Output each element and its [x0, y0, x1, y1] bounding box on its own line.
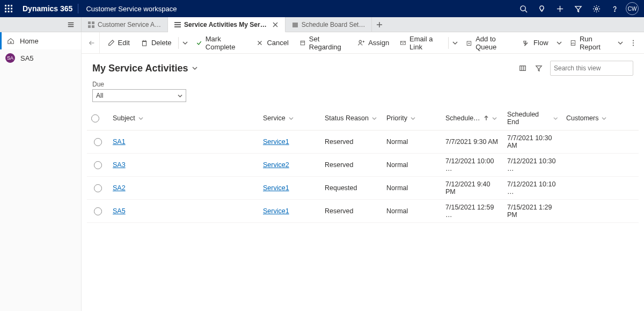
svg-rect-2 [11, 5, 12, 6]
service-link[interactable]: Service1 [263, 207, 289, 215]
cell-scheduled-start: 7/12/2021 10:00 … [441, 154, 503, 177]
search-input[interactable] [554, 64, 634, 72]
row-select[interactable] [87, 154, 108, 177]
back-button[interactable] [85, 32, 100, 54]
select-all-header[interactable] [87, 106, 108, 131]
set-regarding-button[interactable]: Set Regarding [294, 32, 352, 54]
svg-rect-25 [174, 24, 181, 25]
close-icon[interactable] [272, 21, 279, 28]
subject-link[interactable]: SA3 [113, 161, 126, 169]
cancel-button[interactable]: Cancel [251, 32, 294, 54]
delete-button[interactable]: Delete [135, 32, 177, 54]
cell-priority: Normal [382, 131, 441, 154]
add-to-queue-button[interactable]: Add to Queue [460, 32, 517, 54]
view-title[interactable]: My Service Activities [92, 63, 197, 74]
due-select[interactable]: All [92, 89, 186, 102]
data-grid: Subject Service Status Reason Priority S… [82, 106, 644, 223]
mark-complete-button[interactable]: Mark Complete [191, 32, 251, 54]
email-link-more[interactable] [450, 32, 461, 54]
chevron-down-icon [411, 116, 415, 121]
assign-button[interactable]: Assign [352, 32, 394, 54]
lightbulb-icon[interactable] [532, 0, 551, 17]
filter-button[interactable] [531, 60, 547, 76]
subject-link[interactable]: SA1 [113, 138, 126, 146]
col-scheduled-end[interactable]: Scheduled End [503, 106, 562, 131]
service-link[interactable]: Service1 [263, 138, 289, 146]
tab-service-activities[interactable]: Service Activities My Ser… [168, 17, 286, 32]
table-row[interactable]: SA5Service1ReservedNormal7/15/2021 12:59… [87, 200, 639, 223]
run-report-more[interactable] [615, 32, 626, 54]
svg-rect-5 [11, 8, 12, 10]
radio-icon [94, 138, 102, 146]
record-badge-icon: SA [5, 53, 15, 63]
edit-columns-button[interactable] [515, 60, 531, 76]
help-icon[interactable] [605, 0, 624, 17]
subject-link[interactable]: SA2 [113, 184, 126, 192]
cell-scheduled-end: 7/12/2021 10:10 … [503, 177, 562, 200]
cell-customers [562, 131, 639, 154]
row-select[interactable] [87, 177, 108, 200]
col-service[interactable]: Service [259, 106, 320, 131]
table-row[interactable]: SA1Service1ReservedNormal7/7/2021 9:30 A… [87, 131, 639, 154]
flow-label: Flow [533, 39, 548, 47]
svg-rect-1 [8, 5, 10, 6]
tab-customer-service-agent[interactable]: Customer Service A… [82, 17, 168, 32]
edit-button[interactable]: Edit [102, 32, 135, 54]
run-report-button[interactable]: Run Report [565, 32, 615, 54]
chevron-down-icon [372, 116, 377, 121]
user-avatar[interactable]: CW [626, 2, 639, 15]
tab-schedule-board[interactable]: Schedule Board Set… [286, 17, 372, 32]
side-panel: Home SA SA5 [0, 32, 82, 311]
more-commands-button[interactable] [626, 32, 641, 54]
chevron-down-icon [492, 116, 497, 121]
hamburger-icon[interactable] [66, 20, 76, 30]
table-row[interactable]: SA3Service2ReservedNormal7/12/2021 10:00… [87, 154, 639, 177]
search-view-box[interactable] [550, 61, 633, 76]
cell-scheduled-start: 7/15/2021 12:59 … [441, 200, 503, 223]
due-value: All [96, 92, 103, 99]
list-icon [174, 21, 181, 28]
col-scheduled-start[interactable]: Schedule… [441, 106, 503, 131]
view-header: My Service Activities [82, 54, 644, 79]
service-link[interactable]: Service1 [263, 184, 289, 192]
svg-point-16 [614, 11, 614, 11]
chevron-down-icon [602, 116, 606, 121]
delete-more[interactable] [179, 32, 191, 54]
tab-container: Customer Service A… Service Activities M… [82, 17, 387, 32]
service-link[interactable]: Service2 [263, 161, 289, 169]
search-icon[interactable] [514, 0, 532, 17]
col-status-reason[interactable]: Status Reason [320, 106, 382, 131]
delete-label: Delete [151, 39, 172, 47]
flow-button[interactable]: Flow [517, 32, 553, 54]
email-link-button[interactable]: Email a Link [394, 32, 447, 54]
filter-funnel-icon[interactable] [569, 0, 587, 17]
cell-status: Reserved [320, 154, 382, 177]
chevron-down-icon [553, 116, 558, 121]
row-select[interactable] [87, 131, 108, 154]
subject-link[interactable]: SA5 [113, 207, 126, 215]
col-customers[interactable]: Customers [562, 106, 639, 131]
plus-icon[interactable] [551, 0, 569, 17]
cell-customers [562, 177, 639, 200]
flow-more[interactable] [554, 32, 565, 54]
add-tab-button[interactable] [372, 17, 387, 32]
sidebar-home[interactable]: Home [0, 32, 81, 49]
chevron-down-icon [138, 116, 143, 121]
tab-strip: Customer Service A… Service Activities M… [0, 17, 644, 32]
svg-point-42 [359, 40, 361, 42]
table-row[interactable]: SA2Service1RequestedNormal7/12/2021 9:40… [87, 177, 639, 200]
col-priority[interactable]: Priority [382, 106, 441, 131]
cell-scheduled-start: 7/7/2021 9:30 AM [441, 131, 503, 154]
svg-marker-59 [536, 66, 542, 71]
svg-rect-6 [5, 11, 6, 12]
cancel-label: Cancel [267, 39, 288, 47]
col-subject[interactable]: Subject [108, 106, 259, 131]
row-select[interactable] [87, 200, 108, 223]
svg-rect-8 [11, 11, 12, 12]
app-launcher-icon[interactable] [0, 0, 17, 17]
sidebar-record-sa5[interactable]: SA SA5 [0, 49, 81, 67]
gear-icon[interactable] [587, 0, 605, 17]
cell-status: Reserved [320, 200, 382, 223]
svg-rect-40 [301, 41, 304, 45]
sidebar-home-label: Home [20, 37, 39, 45]
